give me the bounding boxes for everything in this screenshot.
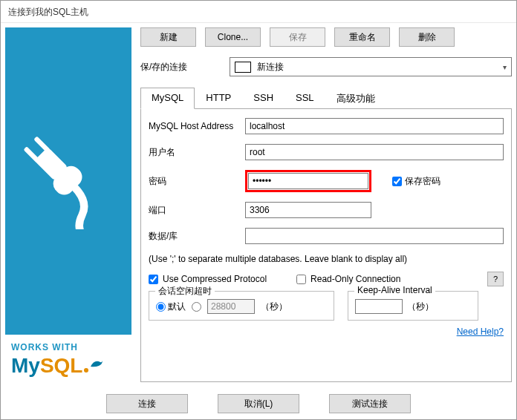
rename-button[interactable]: 重命名: [334, 27, 390, 47]
chevron-down-icon: ▾: [503, 63, 507, 71]
idle-default-radio[interactable]: [156, 302, 166, 312]
database-label: 数据/库: [149, 230, 245, 243]
groups: 会话空闲超时 默认 （秒） Keep-Alive Interval: [149, 291, 504, 321]
mysql-my: My: [11, 354, 40, 378]
saved-connection-value: 新连接: [257, 61, 284, 73]
dolphin-icon: [90, 358, 103, 368]
keepalive-unit: （秒）: [407, 301, 434, 313]
works-with-logo: WORKS WITH My SQL: [5, 335, 131, 382]
save-button[interactable]: 保存: [270, 27, 325, 47]
test-connection-button[interactable]: 测试连接: [329, 394, 411, 413]
saved-connection-select[interactable]: 新连接 ▾: [230, 57, 512, 76]
tab-ssh[interactable]: SSH: [242, 88, 284, 109]
mysql-dot: [84, 368, 88, 373]
saved-connection-row: 保/存的连接 新连接 ▾: [140, 57, 512, 76]
keepalive-group: Keep-Alive Interval （秒）: [348, 291, 478, 321]
saved-label: 保/存的连接: [140, 61, 230, 73]
database-input[interactable]: [245, 228, 504, 244]
need-help-link[interactable]: Need Help?: [457, 327, 504, 337]
idle-default-text: 默认: [168, 301, 186, 313]
tab-ssl[interactable]: SSL: [284, 88, 325, 109]
password-label: 密码: [149, 175, 245, 188]
svg-rect-2: [23, 146, 40, 163]
delete-button[interactable]: 删除: [399, 27, 455, 47]
compressed-checkbox[interactable]: [149, 275, 158, 284]
user-label: 用户名: [149, 146, 245, 159]
tab-http[interactable]: HTTP: [195, 88, 242, 109]
help-row: Need Help?: [149, 327, 504, 337]
password-highlight: [245, 170, 371, 192]
readonly-label: Read-Only Connection: [310, 274, 400, 284]
tab-mysql[interactable]: MySQL: [140, 88, 195, 109]
idle-custom-radio-label[interactable]: [192, 302, 201, 312]
database-row: 数据/库: [149, 228, 504, 244]
user-row: 用户名: [149, 144, 504, 160]
connect-button[interactable]: 连接: [106, 394, 188, 413]
keepalive-input[interactable]: [355, 299, 403, 314]
idle-value-input[interactable]: [207, 299, 255, 314]
mysql-sql: SQL: [40, 354, 83, 378]
username-input[interactable]: [245, 144, 504, 160]
mysql-logo: My SQL: [11, 354, 126, 378]
dialog-window: 连接到我的SQL主机 WORKS WITH My: [0, 0, 517, 420]
save-password-label[interactable]: 保存密码: [392, 175, 440, 188]
right-panel: 新建 Clone... 保存 重命名 删除 保/存的连接 新连接 ▾ MySQL…: [131, 27, 512, 382]
host-label: MySQL Host Address: [149, 121, 245, 131]
brand-image: [5, 27, 131, 335]
tab-advanced[interactable]: 高级功能: [325, 88, 386, 109]
idle-timeout-group: 会话空闲超时 默认 （秒）: [149, 291, 334, 321]
readonly-checkbox[interactable]: [296, 275, 306, 284]
idle-default-radio-label[interactable]: 默认: [156, 301, 186, 313]
toolbar: 新建 Clone... 保存 重命名 删除: [140, 27, 512, 47]
host-row: MySQL Host Address: [149, 118, 504, 134]
idle-custom-radio[interactable]: [192, 302, 201, 312]
options-row: Use Compressed Protocol Read-Only Connec…: [149, 272, 504, 286]
window-title: 连接到我的SQL主机: [8, 7, 88, 17]
port-label: 端口: [149, 204, 245, 217]
clone-button[interactable]: Clone...: [205, 27, 261, 47]
content-area: WORKS WITH My SQL 新建 Clone... 保存 重命名 删除: [1, 23, 516, 387]
port-row: 端口: [149, 202, 504, 218]
compressed-label: Use Compressed Protocol: [163, 274, 267, 284]
save-password-checkbox[interactable]: [392, 177, 402, 186]
save-password-text: 保存密码: [405, 175, 440, 188]
new-button[interactable]: 新建: [140, 27, 196, 47]
left-panel: WORKS WITH My SQL: [5, 27, 131, 382]
cancel-button[interactable]: 取消(L): [218, 394, 299, 413]
tab-body: MySQL Host Address 用户名 密码 保存密码: [140, 109, 512, 382]
footer: 连接 取消(L) 测试连接: [1, 387, 516, 416]
works-with-text: WORKS WITH: [11, 342, 126, 352]
host-input[interactable]: [245, 118, 504, 134]
keepalive-title: Keep-Alive Interval: [354, 285, 435, 295]
password-input[interactable]: [248, 173, 368, 189]
idle-group-title: 会话空闲超时: [155, 285, 215, 298]
plug-icon: [20, 133, 117, 229]
connection-color-swatch: [235, 62, 251, 73]
svg-rect-3: [33, 136, 51, 153]
port-input[interactable]: [245, 202, 371, 218]
idle-unit: （秒）: [261, 301, 287, 313]
database-hint: (Use ';' to separate multiple databases.…: [149, 254, 504, 264]
tabs: MySQL HTTP SSH SSL 高级功能: [140, 87, 512, 109]
password-row: 密码 保存密码: [149, 170, 504, 192]
titlebar: 连接到我的SQL主机: [1, 1, 516, 23]
help-button[interactable]: ?: [487, 272, 504, 286]
